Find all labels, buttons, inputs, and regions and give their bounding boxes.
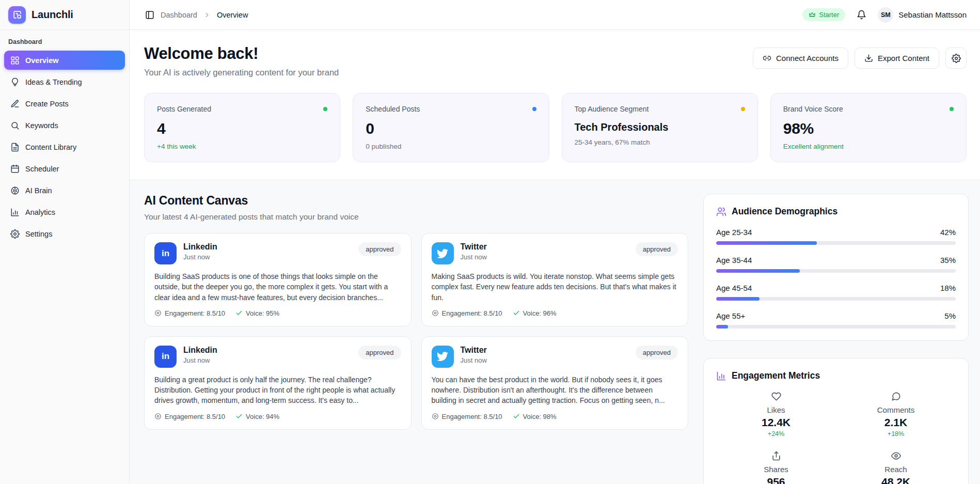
post-time: Just now (461, 356, 487, 364)
link-icon (763, 54, 771, 63)
sidebar-item-label: Overview (25, 56, 59, 65)
sidebar-item-analytics[interactable]: Analytics (4, 202, 125, 222)
post-body: Making SaaS products is wild. You iterat… (432, 271, 678, 303)
bar-chart-icon (10, 208, 20, 217)
eye-icon (891, 451, 901, 461)
sidebar-item-label: Create Posts (25, 100, 69, 108)
main-content: Welcome back! Your AI is actively genera… (130, 30, 980, 484)
brain-icon (10, 186, 20, 195)
avatar: SM (878, 7, 893, 23)
metric-label: Reach (884, 465, 907, 474)
stat-card-posts-generated: Posts Generated 4 +4 this week (144, 93, 340, 162)
target-icon (432, 413, 439, 420)
sidebar-item-ai-brain[interactable]: AI Brain (4, 181, 125, 200)
export-content-button[interactable]: Export Content (855, 48, 939, 69)
progress-track (716, 269, 956, 273)
stat-card-top-audience-segment: Top Audience Segment Tech Professionals … (562, 93, 758, 162)
breadcrumb-parent[interactable]: Dashboard (161, 11, 197, 19)
stat-label: Top Audience Segment (575, 105, 649, 113)
canvas-subtitle: Your latest 4 AI-generated posts that ma… (144, 212, 688, 222)
post-card-linkedin-1[interactable]: in Linkedin Just now approved Building S… (144, 233, 412, 326)
twitter-icon (432, 242, 454, 264)
sidebar-item-scheduler[interactable]: Scheduler (4, 159, 125, 178)
metric-value: 12.4K (762, 416, 791, 429)
target-icon (432, 309, 439, 317)
demo-label: Age 35-44 (716, 256, 752, 264)
settings-button[interactable] (945, 48, 967, 69)
gear-icon (10, 229, 20, 239)
post-platform: Linkedin (183, 242, 217, 252)
stat-value: 98% (783, 120, 954, 137)
breadcrumb: Dashboard Overview (145, 10, 248, 20)
post-card-twitter-1[interactable]: Twitter Just now approved Making SaaS pr… (421, 233, 689, 326)
status-badge: approved (358, 242, 401, 256)
status-badge: approved (636, 242, 678, 256)
stat-value: 4 (157, 120, 327, 137)
export-content-label: Export Content (878, 54, 929, 63)
sidebar-toggle-icon[interactable] (145, 10, 154, 20)
sidebar-item-settings[interactable]: Settings (4, 224, 125, 243)
stat-subtext: Excellent alignment (783, 143, 954, 150)
demographic-row: Age 25-3442% (716, 228, 956, 245)
linkedin-icon: in (154, 346, 177, 368)
users-icon (716, 207, 726, 217)
check-icon (235, 413, 243, 420)
post-platform: Twitter (461, 242, 487, 252)
app-logo-icon (8, 6, 26, 24)
engagement-stat: Engagement: 8.5/10 (154, 309, 225, 317)
target-icon (154, 309, 162, 317)
post-card-linkedin-2[interactable]: in Linkedin Just now approved Building a… (144, 336, 412, 430)
demographic-row: Age 55+5% (716, 311, 956, 329)
status-dot (323, 107, 327, 111)
post-body: Building SaaS products is one of those t… (154, 271, 401, 303)
app-logo-row: Launchli (0, 0, 129, 30)
page-title: Welcome back! (144, 44, 339, 63)
connect-accounts-button[interactable]: Connect Accounts (753, 48, 848, 69)
demo-label: Age 45-54 (716, 284, 752, 292)
voice-stat: Voice: 98% (513, 413, 557, 420)
user-menu[interactable]: SM Sebastian Mattsson (878, 7, 967, 23)
demo-pct: 18% (940, 284, 956, 292)
chevron-right-icon (203, 11, 211, 19)
widget-title: Audience Demographics (732, 206, 837, 217)
bell-icon[interactable] (857, 10, 866, 20)
widget-title: Engagement Metrics (732, 370, 820, 381)
demographic-row: Age 45-5418% (716, 284, 956, 301)
metric-label: Likes (767, 405, 785, 414)
demo-pct: 5% (944, 311, 956, 320)
sidebar-item-content-library[interactable]: Content Library (4, 137, 125, 157)
status-badge: approved (636, 346, 678, 360)
sidebar: Launchli Dashboard Overview Ideas & Tren… (0, 0, 130, 484)
progress-fill (716, 269, 800, 273)
status-dot (741, 107, 745, 111)
comment-icon (891, 392, 901, 401)
sidebar-item-label: Scheduler (25, 165, 59, 173)
metric-value: 956 (767, 476, 785, 484)
metrics-grid: Likes 12.4K +24% Comments 2.1K +18% (716, 392, 956, 484)
sidebar-item-overview[interactable]: Overview (4, 51, 125, 70)
canvas-title: AI Content Canvas (144, 194, 688, 208)
grid-icon (10, 56, 20, 65)
status-badge: approved (358, 346, 401, 360)
breadcrumb-current: Overview (217, 11, 248, 19)
stat-subtext: 0 published (366, 143, 536, 150)
stat-label: Scheduled Posts (366, 105, 420, 113)
sidebar-item-label: AI Brain (25, 186, 52, 195)
demo-pct: 42% (940, 228, 956, 237)
pencil-icon (10, 99, 20, 108)
stat-label: Brand Voice Score (783, 105, 843, 113)
progress-fill (716, 241, 817, 245)
linkedin-icon: in (154, 242, 177, 264)
top-bar: Dashboard Overview Starter SM Sebastian … (130, 0, 980, 30)
sidebar-item-keywords[interactable]: Keywords (4, 116, 125, 135)
sidebar-item-ideas-trending[interactable]: Ideas & Trending (4, 72, 125, 91)
progress-track (716, 241, 956, 245)
sidebar-item-create-posts[interactable]: Create Posts (4, 94, 125, 113)
demographic-row: Age 35-4435% (716, 256, 956, 273)
post-card-twitter-2[interactable]: Twitter Just now approved You can have t… (421, 336, 689, 430)
progress-fill (716, 325, 728, 329)
voice-stat: Voice: 96% (513, 309, 557, 317)
progress-fill (716, 297, 760, 301)
post-time: Just now (461, 253, 487, 261)
voice-stat: Voice: 95% (235, 309, 279, 317)
